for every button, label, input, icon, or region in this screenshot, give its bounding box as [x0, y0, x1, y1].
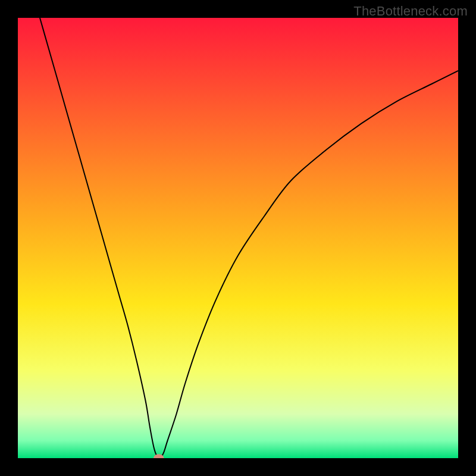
- plot-area: [18, 18, 458, 458]
- watermark-text: TheBottleneck.com: [353, 4, 468, 19]
- gradient-background: [18, 18, 458, 458]
- bottleneck-chart: [18, 18, 458, 458]
- chart-frame: TheBottleneck.com: [0, 0, 476, 476]
